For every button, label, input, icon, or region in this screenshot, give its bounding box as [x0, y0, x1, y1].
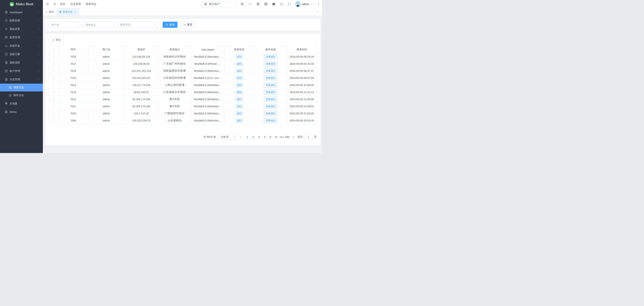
operation-info-button[interactable]: 登录成功	[264, 83, 278, 88]
sidebar-item-demo[interactable]: Demo	[0, 108, 43, 116]
fullscreen-icon[interactable]	[287, 2, 292, 6]
breadcrumb-item[interactable]: 日志管理	[70, 3, 81, 6]
cell-user-agent: Mozilla/5.0 (Windows…	[191, 110, 224, 117]
row-checkbox[interactable]	[54, 83, 54, 87]
search-icon[interactable]	[280, 2, 284, 6]
row-checkbox[interactable]	[54, 112, 54, 115]
sidebar-item-permission[interactable]: 权限管理	[0, 17, 43, 25]
page-number-5[interactable]: 5	[268, 135, 273, 138]
tabbar: 首页登录日志	[43, 8, 322, 16]
translate-icon[interactable]	[240, 2, 244, 6]
cell-username: admin	[88, 96, 124, 103]
operation-info-button[interactable]: 登录成功	[264, 68, 278, 74]
tabs-dropdown-icon[interactable]	[314, 8, 322, 16]
grid-icon	[5, 11, 8, 14]
page-size-select[interactable]: 10条/页	[218, 134, 237, 140]
login-location-input[interactable]	[83, 22, 114, 28]
table-header-cell: 登录地点	[158, 46, 191, 53]
cell-id: 7018	[58, 53, 88, 60]
row-checkbox[interactable]	[54, 55, 54, 58]
close-icon[interactable]	[74, 11, 76, 13]
sidebar-item-online-dev[interactable]: 在线开发	[0, 42, 43, 50]
sidebar-item-label: 企业版	[10, 102, 40, 105]
page-number-1[interactable]: 1	[245, 135, 250, 138]
row-checkbox[interactable]	[54, 105, 54, 108]
github-icon[interactable]	[264, 2, 268, 6]
globe-icon[interactable]	[256, 2, 260, 6]
export-button[interactable]: 导出	[49, 37, 64, 43]
gitee-icon[interactable]: G	[272, 2, 276, 6]
page-number-6[interactable]: 6	[274, 135, 278, 138]
operation-info-button[interactable]: 登录成功	[264, 54, 278, 59]
app-grid-icon	[5, 36, 8, 39]
row-checkbox[interactable]	[54, 98, 54, 101]
select-all-checkbox[interactable]	[54, 48, 54, 51]
sidebar-item-workflow-engine[interactable]: 流程引擎	[0, 50, 43, 58]
table-row: 7016admin113.201.252.219陕西省|西安市|联通Mozill…	[49, 67, 317, 75]
sidebar-item-system-settings[interactable]: 系统设置	[0, 25, 43, 33]
page-number-2[interactable]: 2	[251, 135, 256, 138]
operation-info-button[interactable]: 登录成功	[264, 111, 278, 116]
chevron-down-icon	[38, 53, 40, 55]
page-number-last[interactable]: 692	[285, 135, 290, 138]
tenant-value: 默认租户	[209, 3, 220, 6]
more-settings-icon[interactable]	[316, 2, 320, 6]
sidebar-item-label: 日志管理	[10, 78, 38, 81]
cell-login-time: 2024-05-05 21:09:54	[287, 103, 317, 110]
sidebar-item-enterprise[interactable]: 企业版	[0, 99, 43, 108]
sidebar-item-tenant-management[interactable]: 租户管理	[0, 67, 43, 75]
user-menu[interactable]: admin	[295, 1, 313, 7]
row-checkbox[interactable]	[54, 62, 54, 66]
sidebar-item-login-log[interactable]: 登录日志	[0, 84, 43, 91]
row-checkbox[interactable]	[54, 91, 54, 94]
operation-info-button[interactable]: 登录成功	[264, 97, 278, 102]
operation-info-button[interactable]: 登录成功	[264, 61, 278, 66]
sidebar-item-label: 系统设置	[10, 28, 38, 31]
tab-首页[interactable]: 首页	[43, 8, 57, 16]
sidebar-item-label: 我的流程	[10, 61, 38, 64]
row-checkbox[interactable]	[54, 69, 54, 73]
tab-label: 登录日志	[63, 10, 72, 14]
sidebar-item-label: 租户管理	[10, 69, 38, 73]
goto-page-input[interactable]	[304, 134, 312, 140]
chevron-down-icon	[233, 136, 236, 138]
row-checkbox[interactable]	[54, 119, 54, 122]
app-logo: Maku Boot	[0, 0, 43, 8]
sidebar-item-dashboard[interactable]: Dashboard	[0, 8, 43, 17]
font-size-icon[interactable]: TT	[248, 2, 252, 6]
reset-button[interactable]: 重置	[180, 22, 196, 28]
collapse-sidebar-icon[interactable]	[46, 2, 50, 6]
operation-info-button[interactable]: 登录成功	[264, 90, 278, 95]
table-row: 7015admin153.34.233.147江苏省|苏州市|联通Mozilla…	[49, 75, 317, 82]
operation-info-button[interactable]: 登录成功	[264, 104, 278, 109]
sidebar-item-operation-log[interactable]: 操作日志	[0, 91, 43, 99]
chevron-down-icon	[38, 111, 40, 113]
chevron-down-icon	[38, 70, 40, 72]
tenant-select[interactable]: 默认租户	[201, 1, 236, 7]
sidebar-item-log-management[interactable]: 日志管理	[0, 75, 43, 84]
prev-page-icon[interactable]	[240, 136, 242, 138]
query-button[interactable]: 查询	[162, 22, 178, 28]
login-status-select[interactable]: 登录状态	[118, 22, 158, 28]
tab-登录日志[interactable]: 登录日志	[57, 8, 79, 16]
sidebar-item-app-management[interactable]: 应用管理	[0, 33, 43, 42]
cell-login-time: 2024-05-05 22:00:55	[287, 82, 317, 89]
page-number-3[interactable]: 3	[256, 135, 261, 138]
more-pages-icon[interactable]: ●●●	[280, 136, 284, 138]
operation-info-button[interactable]: 登录成功	[264, 118, 278, 123]
next-page-icon[interactable]	[292, 136, 295, 138]
download-icon	[52, 39, 54, 41]
table-header-cell: 用户名	[88, 46, 124, 53]
sidebar-item-my-workflow[interactable]: 我的流程	[0, 58, 43, 67]
cell-id: 7012	[58, 96, 88, 103]
page-number-4[interactable]: 4	[262, 135, 267, 138]
doc-check-icon	[5, 78, 8, 81]
refresh-icon[interactable]	[52, 2, 57, 6]
page-size-value: 10条/页	[220, 135, 229, 139]
status-badge: 成功	[235, 55, 244, 59]
breadcrumb-item[interactable]: 首页	[60, 3, 65, 6]
row-checkbox[interactable]	[54, 76, 54, 80]
username-input[interactable]	[49, 22, 80, 28]
demo-grid-icon	[5, 110, 8, 113]
operation-info-button[interactable]: 登录成功	[264, 75, 278, 81]
